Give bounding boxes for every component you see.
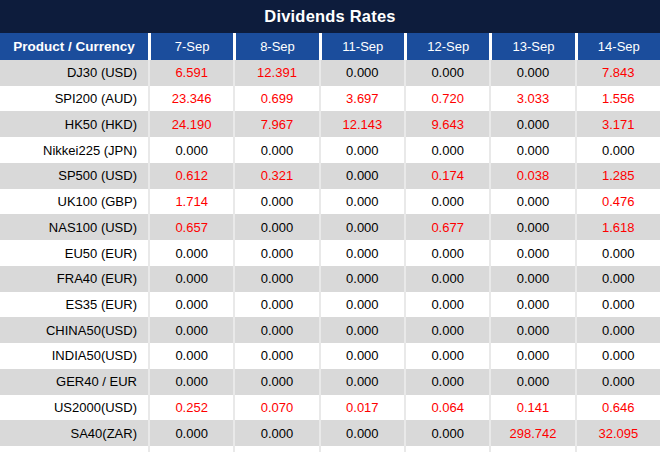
cutoff-segment: [404, 446, 489, 452]
value-cell: 0.612: [148, 163, 233, 189]
table-row: US2000(USD)0.2520.0700.0170.0640.1410.64…: [0, 395, 660, 421]
value-cell: 0.000: [233, 420, 318, 446]
product-cell: SPI200 (AUD): [0, 86, 148, 112]
table-row: HK50 (HKD)24.1907.96712.1439.6430.0003.1…: [0, 111, 660, 137]
value-cell: 0.000: [319, 60, 404, 86]
product-cell: Nikkei225 (JPN): [0, 137, 148, 163]
table-row: ES35 (EUR)0.0000.0000.0000.0000.0000.000: [0, 292, 660, 318]
value-cell: 23.346: [148, 86, 233, 112]
value-cell: 0.000: [319, 317, 404, 343]
value-cell: 0.000: [489, 317, 574, 343]
value-cell: 0.000: [319, 343, 404, 369]
value-cell: 24.190: [148, 111, 233, 137]
value-cell: 0.000: [233, 137, 318, 163]
value-cell: 0.000: [404, 369, 489, 395]
value-cell: 0.064: [404, 395, 489, 421]
value-cell: 0.000: [575, 137, 660, 163]
cutoff-segment: [233, 446, 318, 452]
table-row: GER40 / EUR0.0000.0000.0000.0000.0000.00…: [0, 369, 660, 395]
product-cell: SA40(ZAR): [0, 420, 148, 446]
table-row: FRA40 (EUR)0.0000.0000.0000.0000.0000.00…: [0, 266, 660, 292]
table-row: EU50 (EUR)0.0000.0000.0000.0000.0000.000: [0, 240, 660, 266]
value-cell: 0.000: [404, 60, 489, 86]
value-cell: 0.000: [575, 292, 660, 318]
product-cell: NAS100 (USD): [0, 214, 148, 240]
product-cell: US2000(USD): [0, 395, 148, 421]
value-cell: 12.391: [233, 60, 318, 86]
product-cell: FRA40 (EUR): [0, 266, 148, 292]
value-cell: 0.000: [575, 240, 660, 266]
value-cell: 0.000: [489, 60, 574, 86]
table-row: NAS100 (USD)0.6570.0000.0000.6770.0001.6…: [0, 214, 660, 240]
product-cell: UK100 (GBP): [0, 189, 148, 215]
value-cell: 0.000: [404, 137, 489, 163]
cutoff-segment: [319, 446, 404, 452]
product-cell: HK50 (HKD): [0, 111, 148, 137]
value-cell: 0.000: [148, 266, 233, 292]
value-cell: 1.285: [575, 163, 660, 189]
value-cell: 0.000: [404, 266, 489, 292]
value-cell: 0.000: [233, 240, 318, 266]
value-cell: 0.000: [319, 369, 404, 395]
value-cell: 0.252: [148, 395, 233, 421]
value-cell: 0.000: [233, 189, 318, 215]
value-cell: 0.070: [233, 395, 318, 421]
table-row: CHINA50(USD)0.0000.0000.0000.0000.0000.0…: [0, 317, 660, 343]
product-cell: CHINA50(USD): [0, 317, 148, 343]
value-cell: 0.000: [233, 214, 318, 240]
value-cell: 0.000: [575, 343, 660, 369]
value-cell: 1.714: [148, 189, 233, 215]
header-product-currency: Product / Currency: [0, 33, 148, 60]
product-cell: DJ30 (USD): [0, 60, 148, 86]
value-cell: 0.174: [404, 163, 489, 189]
cutoff-segment: [148, 446, 233, 452]
page-title: Dividends Rates: [0, 0, 660, 33]
value-cell: 3.171: [575, 111, 660, 137]
value-cell: 32.095: [575, 420, 660, 446]
cutoff-segment: [575, 446, 660, 452]
product-cell: GER40 / EUR: [0, 369, 148, 395]
value-cell: 0.000: [319, 420, 404, 446]
value-cell: 1.556: [575, 86, 660, 112]
value-cell: 0.000: [233, 317, 318, 343]
value-cell: 0.000: [148, 240, 233, 266]
cutoff-segment: [489, 446, 574, 452]
value-cell: 6.591: [148, 60, 233, 86]
value-cell: 0.000: [489, 214, 574, 240]
value-cell: 0.720: [404, 86, 489, 112]
value-cell: 7.967: [233, 111, 318, 137]
header-date: 11-Sep: [319, 33, 404, 60]
value-cell: 0.000: [575, 369, 660, 395]
header-date: 12-Sep: [404, 33, 489, 60]
value-cell: 0.000: [233, 292, 318, 318]
value-cell: 0.000: [148, 343, 233, 369]
header-date: 13-Sep: [489, 33, 574, 60]
value-cell: 0.017: [319, 395, 404, 421]
value-cell: 1.618: [575, 214, 660, 240]
dividends-rates-panel: Dividends Rates Product / Currency7-Sep8…: [0, 0, 660, 452]
table-row: SP500 (USD)0.6120.3210.0000.1740.0381.28…: [0, 163, 660, 189]
value-cell: 0.000: [319, 214, 404, 240]
table-row: SA40(ZAR)0.0000.0000.0000.000298.74232.0…: [0, 420, 660, 446]
value-cell: 0.000: [489, 369, 574, 395]
value-cell: 0.038: [489, 163, 574, 189]
value-cell: 7.843: [575, 60, 660, 86]
value-cell: 9.643: [404, 111, 489, 137]
value-cell: 0.699: [233, 86, 318, 112]
value-cell: 298.742: [489, 420, 574, 446]
value-cell: 0.000: [489, 189, 574, 215]
product-cell: EU50 (EUR): [0, 240, 148, 266]
value-cell: 0.000: [233, 369, 318, 395]
value-cell: 0.000: [319, 163, 404, 189]
value-cell: 0.000: [489, 343, 574, 369]
value-cell: 0.000: [404, 189, 489, 215]
table-header-row: Product / Currency7-Sep8-Sep11-Sep12-Sep…: [0, 33, 660, 60]
value-cell: 0.000: [148, 292, 233, 318]
cutoff-segment: [0, 446, 148, 452]
value-cell: 0.657: [148, 214, 233, 240]
table-body: DJ30 (USD)6.59112.3910.0000.0000.0007.84…: [0, 60, 660, 446]
value-cell: 0.321: [233, 163, 318, 189]
value-cell: 12.143: [319, 111, 404, 137]
value-cell: 0.000: [489, 240, 574, 266]
value-cell: 0.000: [319, 292, 404, 318]
